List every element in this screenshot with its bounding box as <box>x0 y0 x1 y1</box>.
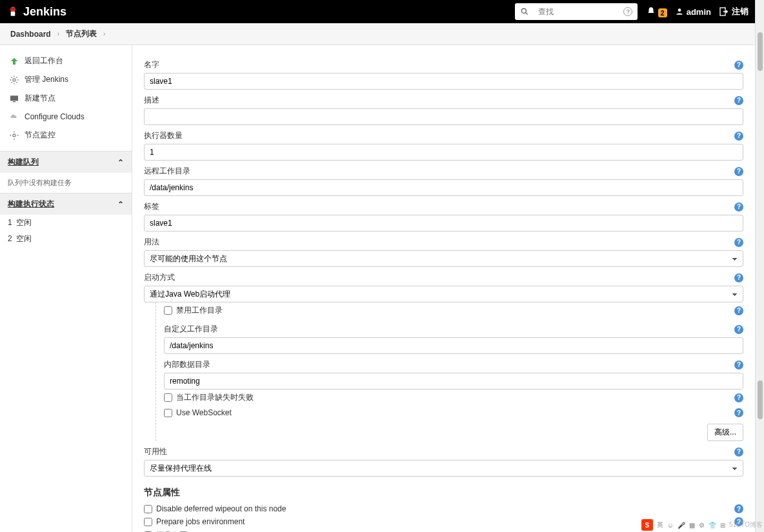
disable-workdir-checkbox[interactable] <box>164 306 172 315</box>
svg-line-5 <box>526 13 528 15</box>
jenkins-icon <box>6 5 19 18</box>
sidebar: 返回工作台 管理 Jenkins 新建节点 Configure Clouds 节… <box>0 45 132 532</box>
brand-text: Jenkins <box>23 5 66 19</box>
svg-point-3 <box>14 8 15 10</box>
help-icon[interactable]: ? <box>734 306 743 315</box>
help-icon[interactable]: ? <box>734 132 743 141</box>
sidebar-node-monitor[interactable]: 节点监控 <box>0 126 132 144</box>
executors-input[interactable] <box>144 144 743 161</box>
help-icon[interactable]: ? <box>734 408 743 417</box>
grid-icon[interactable]: ▦ <box>689 522 695 529</box>
shirt-icon[interactable]: 👕 <box>709 522 716 529</box>
chevron-up-icon[interactable]: ⌃ <box>117 200 124 209</box>
help-icon[interactable]: ? <box>734 360 743 369</box>
breadcrumb-dashboard[interactable]: Dashboard <box>10 30 51 39</box>
internal-data-input[interactable] <box>164 373 743 389</box>
grid-icon[interactable]: ⊞ <box>720 522 725 529</box>
search-box[interactable]: ? <box>515 3 638 20</box>
executor-row: 1 空闲 <box>0 215 132 231</box>
remote-root-input[interactable] <box>144 179 743 196</box>
availability-select[interactable]: 尽量保持代理在线 <box>144 460 743 477</box>
bell-icon <box>647 6 656 15</box>
breadcrumb: Dashboard › 节点列表 › <box>0 23 755 45</box>
executor-status-header[interactable]: 构建执行状态 ⌃ <box>0 193 132 215</box>
logout-link[interactable]: 注销 <box>719 6 749 17</box>
ime-lang[interactable]: 英 <box>657 520 663 529</box>
sidebar-manage[interactable]: 管理 Jenkins <box>0 70 132 89</box>
user-icon <box>675 7 684 16</box>
help-icon[interactable]: ? <box>734 393 743 402</box>
user-link[interactable]: admin <box>675 7 711 17</box>
help-icon[interactable]: ? <box>734 238 743 247</box>
help-icon[interactable]: ? <box>734 448 743 457</box>
username: admin <box>687 7 711 17</box>
executor-status-title[interactable]: 构建执行状态 <box>8 199 54 210</box>
svg-rect-1 <box>11 12 15 16</box>
fail-missing-checkbox[interactable] <box>164 393 172 402</box>
gear-icon <box>9 75 19 85</box>
svg-point-11 <box>13 134 15 137</box>
remote-root-label: 远程工作目录 <box>144 166 190 177</box>
gear-icon[interactable]: ⚙ <box>699 522 705 529</box>
build-queue-header[interactable]: 构建队列 ⌃ <box>0 151 132 173</box>
availability-label: 可用性 <box>144 446 167 457</box>
notification-bell[interactable]: 2 <box>647 6 667 17</box>
emoji-icon[interactable]: ☺ <box>667 522 674 529</box>
svg-point-6 <box>678 8 681 12</box>
labels-input[interactable] <box>144 215 743 232</box>
labels-label: 标签 <box>144 201 159 212</box>
executor-row: 2 空闲 <box>0 231 132 247</box>
help-icon[interactable]: ? <box>734 325 743 334</box>
gear-icon <box>9 130 19 141</box>
svg-point-2 <box>12 8 13 10</box>
custom-workdir-label: 自定义工作目录 <box>164 324 218 335</box>
scrollbar-thumb[interactable] <box>758 380 763 419</box>
cloud-icon <box>9 112 19 122</box>
build-queue-title[interactable]: 构建队列 <box>8 157 39 168</box>
main-content: 名字 ? 描述 ? 执行器数量 ? 远程工作目录 ? 标签 ? 用法 ? 尽可能… <box>132 45 755 532</box>
jenkins-logo[interactable]: Jenkins <box>6 5 66 19</box>
scrollbar-thumb[interactable] <box>758 32 763 71</box>
sidebar-clouds-label: Configure Clouds <box>25 112 85 121</box>
chevron-right-icon: › <box>103 30 105 37</box>
os-taskbar: S 英 ☺ 🎤 ▦ ⚙ 👕 ⊞ 51CTO博客 <box>641 519 763 531</box>
mic-icon[interactable]: 🎤 <box>678 522 685 529</box>
launch-select[interactable]: 通过Java Web启动代理 <box>144 286 743 302</box>
internal-data-label: 内部数据目录 <box>164 359 210 370</box>
custom-workdir-input[interactable] <box>164 337 743 354</box>
breadcrumb-nodes[interactable]: 节点列表 <box>66 28 97 39</box>
ime-s-icon[interactable]: S <box>641 519 653 531</box>
search-icon <box>520 7 529 16</box>
disable-wipeout-checkbox[interactable] <box>144 505 152 513</box>
description-label: 描述 <box>144 95 159 106</box>
description-input[interactable] <box>144 108 743 125</box>
watermark-text: 51CTO博客 <box>729 520 763 529</box>
name-input[interactable] <box>144 73 743 90</box>
help-icon[interactable]: ? <box>734 273 743 282</box>
launch-label: 启动方式 <box>144 272 175 283</box>
disable-workdir-label: 禁用工作目录 <box>176 305 223 316</box>
sidebar-configure-clouds[interactable]: Configure Clouds <box>0 108 132 126</box>
help-icon[interactable]: ? <box>734 167 743 176</box>
fail-missing-label: 当工作目录缺失时失败 <box>176 392 254 403</box>
chevron-right-icon: › <box>57 30 59 37</box>
search-input[interactable] <box>533 4 623 19</box>
help-icon[interactable]: ? <box>734 96 743 105</box>
use-websocket-label: Use WebSocket <box>176 408 232 417</box>
use-websocket-checkbox[interactable] <box>164 409 172 417</box>
sidebar-new-node[interactable]: 新建节点 <box>0 89 132 108</box>
scrollbar[interactable] <box>755 0 764 532</box>
search-help-icon[interactable]: ? <box>623 7 632 16</box>
chevron-up-icon[interactable]: ⌃ <box>117 158 124 167</box>
help-icon[interactable]: ? <box>734 61 743 70</box>
help-icon[interactable]: ? <box>734 504 743 513</box>
sidebar-back[interactable]: 返回工作台 <box>0 52 132 70</box>
usage-select[interactable]: 尽可能的使用这个节点 <box>144 250 743 267</box>
prepare-jobs-checkbox[interactable] <box>144 518 152 526</box>
svg-point-4 <box>522 8 527 13</box>
advanced-button[interactable]: 高级... <box>707 424 743 441</box>
prepare-jobs-label: Prepare jobs environment <box>156 517 245 526</box>
sidebar-monitor-label: 节点监控 <box>25 130 55 141</box>
svg-rect-10 <box>13 101 15 102</box>
help-icon[interactable]: ? <box>734 202 743 212</box>
